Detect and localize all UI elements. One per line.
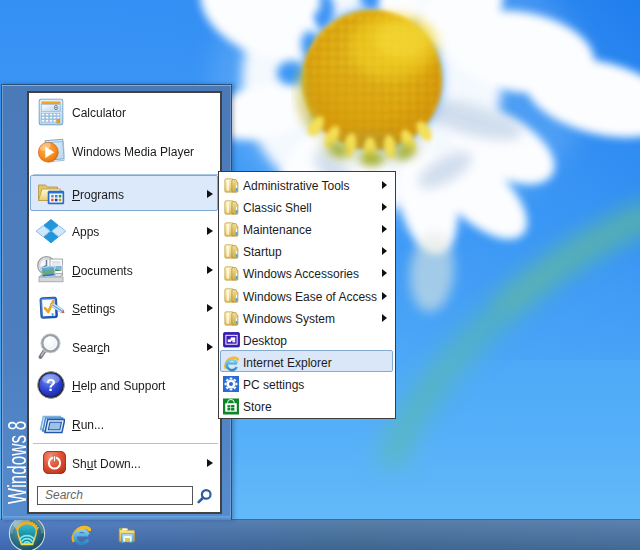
svg-text:0: 0 [54, 105, 58, 112]
svg-text:?: ? [46, 377, 56, 394]
